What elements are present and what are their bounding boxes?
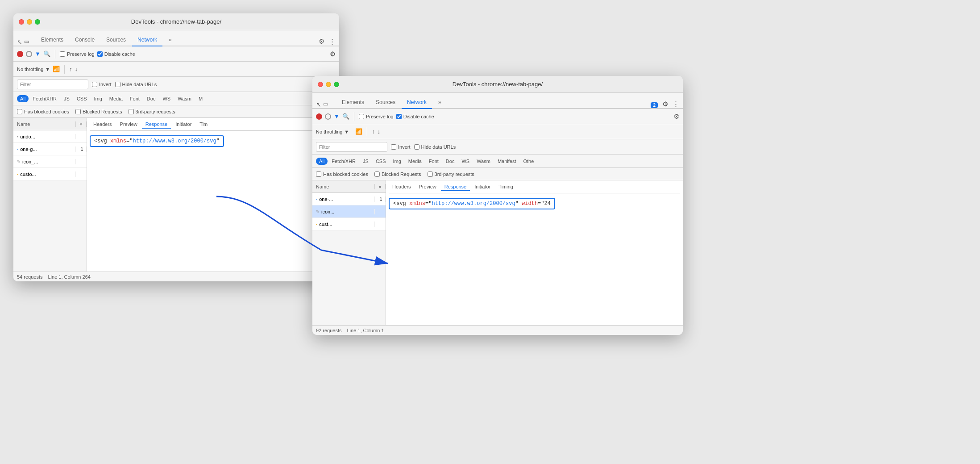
tab-network-1[interactable]: Network	[132, 34, 162, 46]
wifi-icon-2[interactable]: 📶	[355, 128, 362, 135]
settings-icon-1[interactable]: ⚙	[319, 38, 324, 46]
third-party-check-1[interactable]: 3rd-party requests	[129, 109, 175, 114]
invert-input-1[interactable]	[92, 82, 97, 87]
tab-network-2[interactable]: Network	[402, 96, 432, 109]
type-btn-img-2[interactable]: Img	[390, 158, 404, 165]
type-btn-all-1[interactable]: All	[17, 95, 29, 102]
wifi-icon-1[interactable]: 📶	[53, 66, 60, 72]
table-row-1a[interactable]: ▪ undo...	[13, 130, 87, 143]
type-btn-wasm-1[interactable]: Wasm	[174, 95, 195, 102]
export-icon-2[interactable]: ↓	[378, 128, 381, 135]
search-icon-1[interactable]: 🔍	[43, 50, 50, 57]
invert-input-2[interactable]	[391, 144, 396, 150]
type-btn-wasm-2[interactable]: Wasm	[473, 158, 494, 165]
throttle-select-2[interactable]: No throttling ▼	[316, 129, 349, 134]
blocked-requests-check-2[interactable]: Blocked Requests	[374, 171, 421, 177]
detail-tab-headers-2[interactable]: Headers	[389, 183, 415, 191]
mobile-icon[interactable]: ▭	[24, 38, 29, 46]
type-btn-doc-1[interactable]: Doc	[144, 95, 159, 102]
hide-data-input-1[interactable]	[115, 82, 120, 87]
traffic-lights-1[interactable]	[19, 19, 40, 25]
hide-data-input-2[interactable]	[414, 144, 419, 150]
tab-sources-2[interactable]: Sources	[370, 96, 401, 109]
disable-cache-check-1[interactable]: Disable cache	[97, 51, 135, 57]
filter-icon-2[interactable]: ▼	[334, 113, 340, 120]
traffic-lights-2[interactable]	[318, 82, 339, 87]
type-btn-all-2[interactable]: All	[316, 158, 328, 165]
table-row-2c[interactable]: ▪ cust...	[312, 218, 386, 230]
blocked-cookies-input-1[interactable]	[17, 109, 22, 114]
blocked-requests-input-1[interactable]	[75, 109, 81, 114]
disable-cache-check-2[interactable]: Disable cache	[396, 114, 434, 119]
export-icon-1[interactable]: ↓	[75, 66, 78, 72]
type-btn-media-1[interactable]: Media	[106, 95, 126, 102]
cursor-icon[interactable]: ↖	[17, 38, 22, 46]
table-row-1d[interactable]: ▪ custo...	[13, 168, 87, 180]
third-party-input-1[interactable]	[129, 109, 134, 114]
import-icon-2[interactable]: ↑	[372, 128, 375, 135]
blocked-cookies-check-2[interactable]: Has blocked cookies	[316, 171, 368, 177]
throttle-select-1[interactable]: No throttling ▼	[17, 67, 50, 72]
type-btn-css-2[interactable]: CSS	[373, 158, 389, 165]
maximize-button-1[interactable]	[35, 19, 40, 25]
detail-tab-response-1[interactable]: Response	[142, 121, 171, 129]
tab-elements-1[interactable]: Elements	[36, 34, 69, 46]
settings-icon-toolbar-2[interactable]: ⚙	[673, 113, 679, 121]
detail-tab-timing-2[interactable]: Timing	[495, 183, 517, 191]
detail-tab-headers-1[interactable]: Headers	[90, 121, 116, 129]
more-menu-icon-2[interactable]: ⋮	[673, 100, 679, 108]
detail-tab-initiator-1[interactable]: Initiator	[172, 121, 195, 129]
record-button-1[interactable]	[17, 51, 23, 57]
maximize-button-2[interactable]	[334, 82, 339, 87]
type-btn-css-1[interactable]: CSS	[74, 95, 90, 102]
mobile-icon-2[interactable]: ▭	[323, 101, 328, 108]
type-btn-ws-1[interactable]: WS	[159, 95, 174, 102]
invert-check-1[interactable]: Invert	[92, 82, 112, 87]
close-button-2[interactable]	[318, 82, 323, 87]
preserve-log-input-2[interactable]	[359, 114, 364, 119]
search-icon-2[interactable]: 🔍	[342, 113, 349, 120]
blocked-requests-check-1[interactable]: Blocked Requests	[75, 109, 122, 114]
record-button-2[interactable]	[316, 113, 322, 120]
type-btn-xhr-1[interactable]: Fetch/XHR	[29, 95, 60, 102]
preserve-log-input-1[interactable]	[60, 51, 65, 57]
type-btn-ws-2[interactable]: WS	[458, 158, 473, 165]
type-btn-media-2[interactable]: Media	[405, 158, 425, 165]
blocked-cookies-check-1[interactable]: Has blocked cookies	[17, 109, 69, 114]
disable-cache-input-1[interactable]	[97, 51, 103, 57]
cursor-icon-2[interactable]: ↖	[316, 101, 321, 108]
tab-elements-2[interactable]: Elements	[336, 96, 370, 109]
type-btn-font-1[interactable]: Font	[127, 95, 143, 102]
more-menu-icon-1[interactable]: ⋮	[329, 38, 336, 46]
filter-icon-1[interactable]: ▼	[35, 50, 41, 57]
import-icon-1[interactable]: ↑	[69, 66, 72, 72]
stop-button-2[interactable]	[325, 113, 331, 120]
tab-more-1[interactable]: »	[163, 34, 177, 46]
filter-input-1[interactable]	[17, 79, 88, 89]
close-button-1[interactable]	[19, 19, 24, 25]
type-btn-manifest-2[interactable]: Manifest	[494, 158, 519, 165]
type-btn-js-2[interactable]: JS	[360, 158, 372, 165]
detail-tab-response-2[interactable]: Response	[441, 183, 470, 191]
preserve-log-check-1[interactable]: Preserve log	[60, 51, 95, 57]
table-row-1b[interactable]: ▪ one-g... 1	[13, 143, 87, 155]
settings-icon-2[interactable]: ⚙	[662, 100, 668, 108]
detail-tab-preview-1[interactable]: Preview	[116, 121, 141, 129]
table-row-1c[interactable]: ✎ icon_...	[13, 155, 87, 168]
stop-button-1[interactable]	[26, 51, 32, 57]
detail-tab-timing-1[interactable]: Tim	[196, 121, 211, 129]
third-party-input-2[interactable]	[428, 171, 433, 177]
type-btn-other-2[interactable]: Othe	[520, 158, 537, 165]
type-btn-xhr-2[interactable]: Fetch/XHR	[328, 158, 359, 165]
table-row-2b[interactable]: ✎ icon...	[312, 205, 386, 218]
table-row-2a[interactable]: ▪ one-... 1	[312, 193, 386, 205]
type-btn-img-1[interactable]: Img	[91, 95, 105, 102]
minimize-button-1[interactable]	[27, 19, 32, 25]
filter-input-2[interactable]	[316, 142, 387, 152]
detail-tab-initiator-2[interactable]: Initiator	[471, 183, 494, 191]
detail-tab-preview-2[interactable]: Preview	[415, 183, 440, 191]
type-btn-m-1[interactable]: M	[195, 95, 206, 102]
blocked-requests-input-2[interactable]	[374, 171, 380, 177]
third-party-check-2[interactable]: 3rd-party requests	[428, 171, 474, 177]
minimize-button-2[interactable]	[326, 82, 331, 87]
